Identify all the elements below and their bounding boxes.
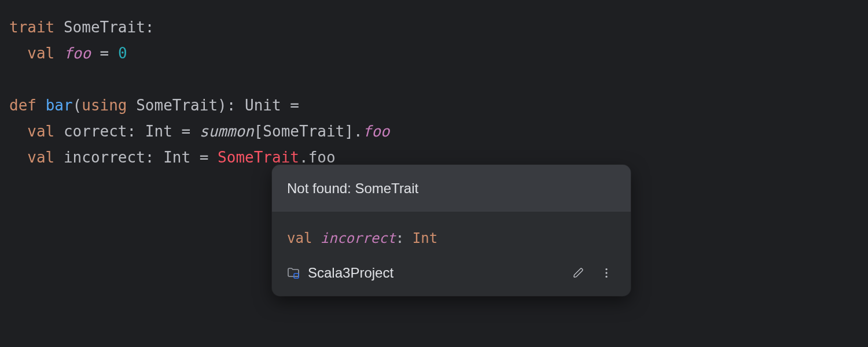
error-tooltip: Not found: SomeTrait val incorrect: Int … <box>272 165 631 296</box>
punct-eq: = <box>181 123 190 140</box>
folder-icon <box>286 265 301 280</box>
tooltip-declaration: val incorrect: Int <box>272 212 631 255</box>
tooltip-error-message: Not found: SomeTrait <box>272 165 631 212</box>
field-access: foo <box>308 149 336 166</box>
tooltip-footer: Scala3Project <box>272 255 631 296</box>
punct-colon: : <box>396 230 404 246</box>
project-name: Scala3Project <box>308 260 393 286</box>
svg-point-3 <box>605 275 607 277</box>
edit-button[interactable] <box>568 263 589 283</box>
code-editor[interactable]: trait SomeTrait: val foo = 0 def bar(usi… <box>9 14 859 171</box>
punct-paren-close-colon: ): <box>218 97 236 114</box>
function-call: summon <box>200 123 254 140</box>
var-name: correct <box>64 123 127 140</box>
keyword-val: val <box>27 149 54 166</box>
generic-type: SomeTrait <box>263 123 344 140</box>
code-line: trait SomeTrait: <box>9 19 154 36</box>
keyword-trait: trait <box>9 19 54 36</box>
number-literal: 0 <box>118 45 127 62</box>
punct-dot: . <box>299 149 308 166</box>
punct-dot: . <box>354 123 363 140</box>
code-line <box>9 71 19 88</box>
punct-eq: = <box>100 45 109 62</box>
decl-name: incorrect <box>321 230 396 246</box>
error-token: SomeTrait <box>218 149 299 166</box>
svg-point-1 <box>605 268 607 270</box>
type-name: Int <box>163 149 190 166</box>
punct-colon: : <box>145 19 155 36</box>
kebab-icon <box>600 267 613 279</box>
punct-colon: : <box>145 149 155 166</box>
type-name: Int <box>145 123 172 140</box>
var-name: incorrect <box>64 149 145 166</box>
code-line: val foo = 0 <box>9 45 127 62</box>
code-line: def bar(using SomeTrait): Unit = <box>9 97 299 114</box>
return-type: Unit <box>245 97 281 114</box>
pencil-icon <box>572 267 585 279</box>
code-line: val correct: Int = summon[SomeTrait].foo <box>9 123 390 140</box>
punct-eq: = <box>290 97 299 114</box>
type-name: SomeTrait <box>64 19 145 36</box>
punct-bracket-close: ] <box>344 123 354 140</box>
more-button[interactable] <box>596 263 617 283</box>
punct-bracket-open: [ <box>254 123 263 140</box>
decl-type: Int <box>413 230 437 246</box>
code-line: val incorrect: Int = SomeTrait.foo <box>9 149 336 166</box>
svg-point-2 <box>605 272 607 274</box>
punct-paren-open: ( <box>73 97 82 114</box>
field-access: foo <box>363 123 390 140</box>
param-type: SomeTrait <box>136 97 218 114</box>
keyword-val: val <box>27 45 54 62</box>
keyword-val: val <box>27 123 54 140</box>
def-name: bar <box>46 97 73 114</box>
keyword-using: using <box>82 97 127 114</box>
keyword-def: def <box>9 97 36 114</box>
keyword-val: val <box>287 230 312 246</box>
punct-colon: : <box>127 123 137 140</box>
punct-eq: = <box>200 149 209 166</box>
field-name: foo <box>64 45 91 62</box>
